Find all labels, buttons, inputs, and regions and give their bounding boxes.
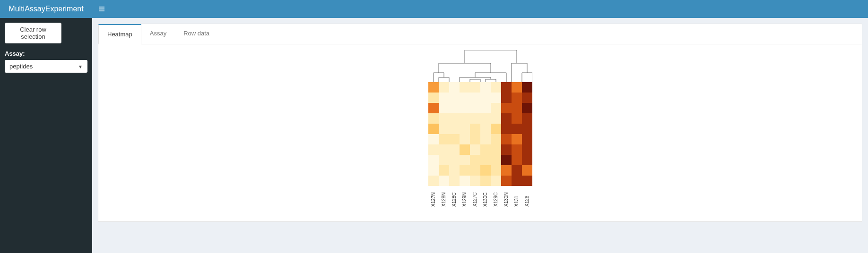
heatmap-cell (512, 165, 522, 176)
heatmap-cell (428, 165, 439, 176)
heatmap-cell (491, 113, 501, 124)
heatmap-cell (449, 176, 460, 186)
heatmap-cell (491, 103, 501, 113)
heatmap-cell (512, 134, 522, 144)
heatmap-column-labels: X127NX128NX128CX129NX127CX130CX129CX130N… (428, 188, 532, 207)
heatmap-cell (512, 155, 522, 165)
heatmap-cell (460, 103, 470, 113)
heatmap-cell (470, 93, 480, 103)
heatmap-cell (439, 113, 449, 124)
heatmap-cell (460, 124, 470, 134)
heatmap-cell (428, 155, 439, 165)
clear-row-selection-button[interactable]: Clear row selection (5, 23, 61, 43)
heatmap-cell (428, 82, 439, 93)
heatmap-column-label: X131 (514, 188, 519, 207)
heatmap-cell (501, 103, 512, 113)
svg-rect-2 (99, 10, 104, 11)
heatmap-cell (460, 144, 470, 155)
heatmap-cell (501, 176, 512, 186)
heatmap-cell (428, 176, 439, 186)
heatmap-cell (470, 103, 480, 113)
heatmap-cell (449, 165, 460, 176)
heatmap-cell (470, 165, 480, 176)
heatmap-cell (480, 165, 491, 176)
heatmap-cell (470, 134, 480, 144)
heatmap-cell (491, 134, 501, 144)
heatmap-cell (480, 124, 491, 134)
heatmap-cell (460, 155, 470, 165)
app-title: MultiAssayExperiment (0, 0, 92, 18)
column-dendrogram (428, 50, 532, 82)
heatmap-cell (480, 134, 491, 144)
heatmap-cell (460, 134, 470, 144)
heatmap-cell (522, 134, 532, 144)
heatmap-cell (470, 124, 480, 134)
heatmap-cell (449, 113, 460, 124)
assay-select[interactable]: peptides ▼ (5, 60, 87, 73)
heatmap-cell (522, 82, 532, 93)
heatmap-grid (428, 82, 532, 186)
heatmap-cell (501, 113, 512, 124)
heatmap-cell (522, 124, 532, 134)
assay-selected-value: peptides (9, 63, 33, 70)
heatmap-cell (491, 144, 501, 155)
heatmap-cell (501, 144, 512, 155)
hamburger-icon (98, 6, 105, 12)
heatmap-cell (449, 82, 460, 93)
tab-row-data[interactable]: Row data (175, 24, 218, 44)
heatmap-cell (512, 176, 522, 186)
heatmap-cell (470, 113, 480, 124)
heatmap-cell (480, 82, 491, 93)
heatmap-cell (460, 176, 470, 186)
tab-heatmap[interactable]: Heatmap (98, 24, 141, 44)
heatmap-cell (480, 93, 491, 103)
heatmap-cell (460, 93, 470, 103)
heatmap-cell (439, 176, 449, 186)
heatmap-cell (501, 134, 512, 144)
tab-assay[interactable]: Assay (141, 24, 175, 44)
heatmap-cell (449, 134, 460, 144)
heatmap-cell (512, 144, 522, 155)
heatmap-cell (428, 103, 439, 113)
panel: Heatmap Assay Row data (98, 24, 862, 222)
heatmap-cell (470, 176, 480, 186)
heatmap-cell (491, 124, 501, 134)
heatmap-cell (512, 82, 522, 93)
heatmap-cell (439, 103, 449, 113)
heatmap-cell (480, 176, 491, 186)
heatmap-cell (428, 124, 439, 134)
heatmap-column-label: X128N (441, 188, 446, 207)
heatmap-column-label: X127N (431, 188, 436, 207)
heatmap-cell (501, 93, 512, 103)
heatmap-column-label: X130C (483, 188, 488, 207)
heatmap-cell (470, 155, 480, 165)
heatmap-column-label: X130N (503, 188, 509, 207)
heatmap-cell (522, 176, 532, 186)
chevron-down-icon: ▼ (78, 64, 83, 69)
heatmap-cell (470, 82, 480, 93)
heatmap-cell (449, 144, 460, 155)
sidebar-toggle-button[interactable] (92, 0, 111, 18)
heatmap-plot: X127NX128NX128CX129NX127CX130CX129CX130N… (98, 44, 862, 219)
heatmap-column-label: X126 (524, 188, 529, 207)
heatmap-cell (428, 134, 439, 144)
heatmap-cell (460, 113, 470, 124)
sidebar: Clear row selection Assay: peptides ▼ (0, 18, 92, 253)
heatmap-cell (501, 165, 512, 176)
heatmap-cell (480, 113, 491, 124)
tab-bar: Heatmap Assay Row data (98, 24, 862, 44)
heatmap-cell (449, 103, 460, 113)
svg-rect-0 (99, 7, 104, 8)
heatmap-cell (480, 144, 491, 155)
heatmap-cell (439, 134, 449, 144)
heatmap-cell (449, 93, 460, 103)
heatmap-cell (512, 124, 522, 134)
heatmap-column-label: X128C (451, 188, 457, 207)
heatmap-cell (491, 165, 501, 176)
heatmap-cell (480, 103, 491, 113)
top-bar: MultiAssayExperiment (0, 0, 868, 18)
heatmap-cell (460, 82, 470, 93)
heatmap-column-label: X127C (472, 188, 477, 207)
heatmap-cell (522, 113, 532, 124)
heatmap-cell (512, 103, 522, 113)
